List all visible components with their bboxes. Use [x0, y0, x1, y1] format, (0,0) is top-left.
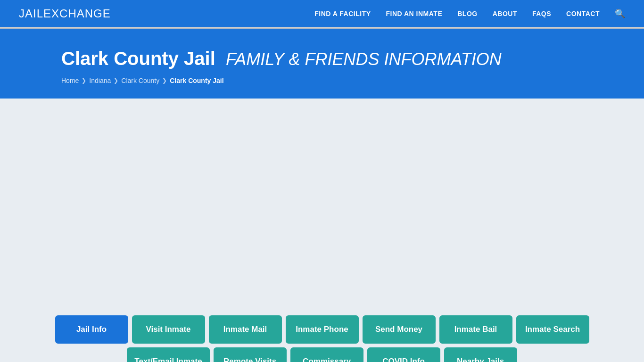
buttons-section: Jail Info Visit Inmate Inmate Mail Inmat…: [0, 315, 644, 362]
site-header: JAILEXCHANGE FIND A FACILITY FIND AN INM…: [0, 0, 644, 28]
btn-text-email-inmate[interactable]: Text/Email Inmate: [127, 347, 209, 362]
btn-nearby-jails[interactable]: Nearby Jails: [444, 347, 517, 362]
btn-inmate-phone[interactable]: Inmate Phone: [286, 315, 359, 344]
main-nav: FIND A FACILITY FIND AN INMATE BLOG ABOU…: [314, 8, 625, 19]
nav-about[interactable]: ABOUT: [493, 10, 517, 17]
buttons-row-2: Text/Email Inmate Remote Visits Commissa…: [61, 347, 583, 362]
site-logo[interactable]: JAILEXCHANGE: [19, 7, 111, 20]
main-content-area: [0, 99, 644, 315]
page-title: Clark County Jail FAMILY & FRIENDS INFOR…: [61, 48, 583, 69]
breadcrumb-chevron-3: ❯: [162, 77, 167, 84]
page-title-main: Clark County Jail: [61, 48, 215, 69]
logo-bold: JAIL: [19, 7, 43, 20]
btn-inmate-bail[interactable]: Inmate Bail: [439, 315, 512, 344]
btn-visit-inmate[interactable]: Visit Inmate: [132, 315, 205, 344]
nav-contact[interactable]: CONTACT: [566, 10, 600, 17]
btn-inmate-mail[interactable]: Inmate Mail: [209, 315, 282, 344]
breadcrumb-current: Clark County Jail: [170, 77, 223, 84]
btn-commissary[interactable]: Commissary: [290, 347, 363, 362]
breadcrumb: Home ❯ Indiana ❯ Clark County ❯ Clark Co…: [61, 77, 583, 84]
hero-section: Clark County Jail FAMILY & FRIENDS INFOR…: [0, 29, 644, 99]
logo-light: EXCHANGE: [43, 7, 111, 20]
breadcrumb-indiana[interactable]: Indiana: [89, 77, 111, 84]
btn-covid-info[interactable]: COVID Info: [367, 347, 440, 362]
btn-jail-info[interactable]: Jail Info: [55, 315, 128, 344]
breadcrumb-home[interactable]: Home: [61, 77, 79, 84]
page-title-sub: FAMILY & FRIENDS INFORMATION: [226, 49, 502, 69]
breadcrumb-clark-county[interactable]: Clark County: [121, 77, 159, 84]
btn-send-money[interactable]: Send Money: [363, 315, 436, 344]
buttons-row-1: Jail Info Visit Inmate Inmate Mail Inmat…: [61, 315, 583, 344]
search-icon[interactable]: 🔍: [615, 8, 625, 19]
btn-remote-visits[interactable]: Remote Visits: [214, 347, 287, 362]
nav-find-inmate[interactable]: FIND AN INMATE: [386, 10, 442, 17]
breadcrumb-chevron-2: ❯: [114, 77, 118, 84]
nav-blog[interactable]: BLOG: [457, 10, 477, 17]
btn-inmate-search[interactable]: Inmate Search: [516, 315, 589, 344]
nav-find-facility[interactable]: FIND A FACILITY: [314, 10, 371, 17]
nav-faqs[interactable]: FAQs: [532, 10, 551, 17]
breadcrumb-chevron-1: ❯: [82, 77, 86, 84]
